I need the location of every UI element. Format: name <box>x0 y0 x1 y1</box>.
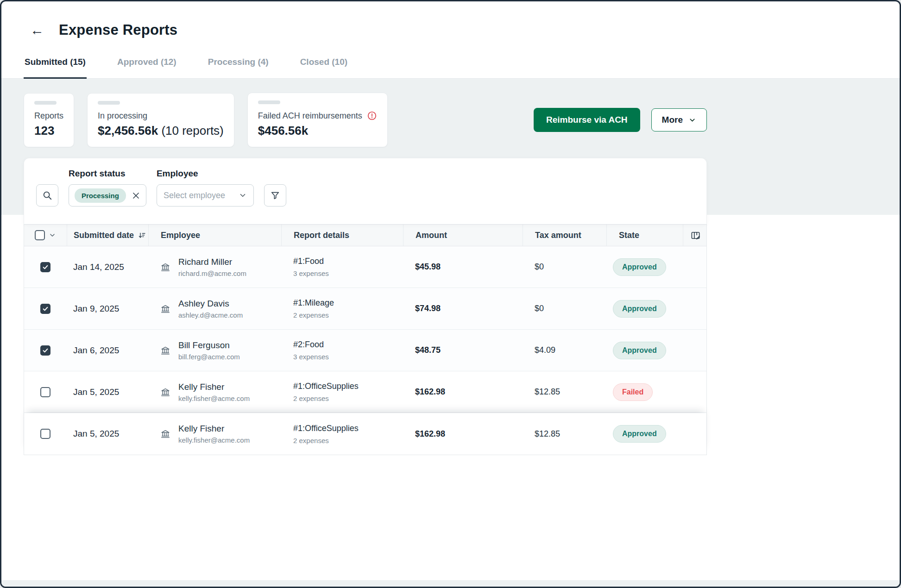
employee-name: Bill Ferguson <box>178 340 240 350</box>
column-header-amount[interactable]: Amount <box>403 225 523 246</box>
tax-amount: $12.85 <box>523 387 606 397</box>
bank-icon <box>160 262 170 272</box>
amount: $162.98 <box>403 387 523 397</box>
card-accent-bar <box>258 100 280 104</box>
employee-email: bill.ferg@acme.com <box>178 353 240 361</box>
search-button[interactable] <box>36 184 58 206</box>
employee-filter: Employee Select employee <box>157 169 254 206</box>
amount: $45.98 <box>403 262 523 272</box>
column-header-label: Tax amount <box>535 231 581 240</box>
submitted-date: Jan 6, 2025 <box>67 345 148 356</box>
table-row[interactable]: Jan 5, 2025 Kelly Fisherkelly.fisher@acm… <box>24 413 706 455</box>
state-badge: Approved <box>613 425 666 443</box>
page-title: Expense Reports <box>59 22 177 38</box>
status-chip-processing[interactable]: Processing <box>75 188 126 203</box>
state-badge: Approved <box>613 300 666 318</box>
card-accent-bar <box>34 101 57 105</box>
amount: $162.98 <box>403 429 523 439</box>
tax-amount: $0 <box>523 304 606 313</box>
employee-email: richard.m@acme.com <box>178 269 246 277</box>
table-header-row: Submitted date Employee Report details A… <box>24 225 706 246</box>
tab-processing[interactable]: Processing (4) <box>207 42 270 78</box>
table-row[interactable]: Jan 6, 2025 Bill Fergusonbill.ferg@acme.… <box>24 330 706 371</box>
column-header-label: Employee <box>161 231 200 240</box>
employee-select-placeholder: Select employee <box>164 191 225 200</box>
chevron-down-icon <box>688 116 696 124</box>
bank-icon <box>160 304 170 314</box>
chevron-down-icon <box>239 191 247 200</box>
tax-amount: $4.09 <box>523 345 606 355</box>
row-checkbox[interactable] <box>40 262 50 272</box>
employee-label: Employee <box>157 169 254 179</box>
row-checkbox[interactable] <box>40 429 50 439</box>
alert-circle-icon <box>367 111 377 121</box>
page-background-strip <box>1 580 900 587</box>
more-button-label: More <box>662 115 683 125</box>
tab-submitted[interactable]: Submitted (15) <box>24 42 87 78</box>
more-button[interactable]: More <box>651 108 707 131</box>
card-value: $456.56k <box>258 124 308 138</box>
tab-closed[interactable]: Closed (10) <box>299 42 348 78</box>
report-expenses-count: 2 expenses <box>293 394 403 402</box>
row-checkbox[interactable] <box>40 345 50 356</box>
card-accent-bar <box>98 101 120 105</box>
employee-email: ashley.d@acme.com <box>178 311 243 319</box>
employee-select[interactable]: Select employee <box>157 184 254 206</box>
edit-columns-icon <box>690 230 701 241</box>
report-expenses-count: 2 expenses <box>293 311 403 319</box>
employee-email: kelly.fisher@acme.com <box>178 436 250 444</box>
funnel-icon <box>270 190 280 200</box>
remove-chip-icon[interactable] <box>132 191 140 200</box>
report-title: #1:Food <box>293 256 403 266</box>
column-header-submitted-date[interactable]: Submitted date <box>67 225 148 246</box>
table-row[interactable]: Jan 9, 2025 Ashley Davisashley.d@acme.co… <box>24 288 706 330</box>
card-value: 123 <box>34 124 54 138</box>
column-header-tax-amount[interactable]: Tax amount <box>523 225 606 246</box>
search-icon <box>42 190 52 200</box>
report-title: #2:Food <box>293 340 403 350</box>
table-row[interactable]: Jan 5, 2025 Kelly Fisherkelly.fisher@acm… <box>24 371 706 413</box>
expense-reports-page: ← Expense Reports Submitted (15) Approve… <box>0 0 901 588</box>
tab-approved[interactable]: Approved (12) <box>116 42 177 78</box>
card-label: Failed ACH reimbursements <box>258 111 362 121</box>
expense-reports-table: Submitted date Employee Report details A… <box>24 224 707 455</box>
table-row[interactable]: Jan 14, 2025 Richard Millerrichard.m@acm… <box>24 246 706 288</box>
row-checkbox[interactable] <box>40 304 50 314</box>
report-status-value-box[interactable]: Processing <box>69 184 146 206</box>
filter-button[interactable] <box>264 184 286 206</box>
tab-bar: Submitted (15) Approved (12) Processing … <box>1 42 900 79</box>
edit-columns-button[interactable] <box>683 225 707 246</box>
report-expenses-count: 3 expenses <box>293 353 403 361</box>
card-label: In processing <box>98 111 147 121</box>
column-header-employee[interactable]: Employee <box>148 225 281 246</box>
column-header-report-details[interactable]: Report details <box>281 225 403 246</box>
amount: $48.75 <box>403 345 523 355</box>
page-header: ← Expense Reports <box>1 1 900 42</box>
column-header-label: Report details <box>294 231 349 240</box>
back-arrow-icon[interactable]: ← <box>30 22 44 38</box>
select-all-checkbox[interactable] <box>35 230 45 240</box>
employee-name: Richard Miller <box>178 257 246 267</box>
submitted-date: Jan 14, 2025 <box>67 262 148 272</box>
bank-icon <box>160 429 170 439</box>
card-label: Reports <box>34 111 63 121</box>
report-title: #1:OfficeSupplies <box>293 424 403 433</box>
tax-amount: $12.85 <box>523 429 606 439</box>
tax-amount: $0 <box>523 262 606 272</box>
column-header-label: Amount <box>416 231 447 240</box>
sort-descending-icon <box>138 231 146 239</box>
summary-card-in-processing: In processing $2,456.56k (10 reports) <box>87 93 234 147</box>
summary-card-reports: Reports 123 <box>24 93 74 147</box>
column-header-state[interactable]: State <box>606 225 683 246</box>
state-badge: Failed <box>613 383 653 401</box>
state-badge: Approved <box>613 258 666 276</box>
reimburse-via-ach-button[interactable]: Reimburse via ACH <box>534 108 640 132</box>
bank-icon <box>160 387 170 397</box>
report-expenses-count: 3 expenses <box>293 269 403 277</box>
selection-menu-chevron-icon[interactable] <box>49 231 56 239</box>
summary-card-failed-ach: Failed ACH reimbursements $456.56k <box>247 93 388 147</box>
employee-name: Kelly Fisher <box>178 424 250 434</box>
submitted-date: Jan 5, 2025 <box>67 429 148 439</box>
row-checkbox[interactable] <box>40 387 50 397</box>
employee-email: kelly.fisher@acme.com <box>178 394 250 402</box>
